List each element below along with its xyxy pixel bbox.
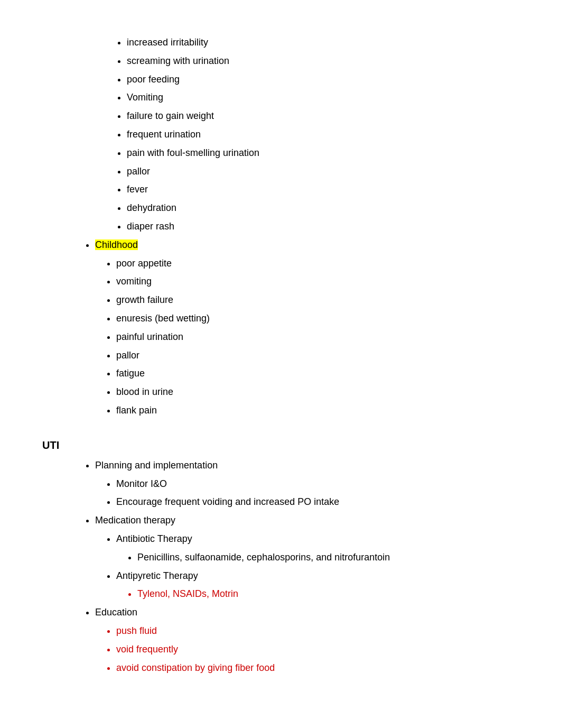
medication-item: Medication therapy Antibiotic Therapy Pe… [95, 513, 519, 602]
list-item: Vomiting [127, 90, 519, 105]
uti-title: UTI [42, 439, 519, 451]
medication-sub-list: Antibiotic Therapy Penicillins, sulfaona… [95, 531, 519, 602]
antibiotic-sub-list: Penicillins, sulfaonamide, cephalosporin… [116, 550, 519, 565]
list-item: pain with foul-smelling urination [127, 145, 519, 161]
list-item: blood in urine [116, 384, 519, 400]
antibiotic-label: Antibiotic Therapy [116, 533, 192, 544]
childhood-item: Childhood poor appetite vomiting growth … [95, 237, 519, 418]
list-item: Penicillins, sulfaonamide, cephalosporin… [137, 550, 519, 565]
list-item: painful urination [116, 329, 519, 345]
list-item: pallor [127, 164, 519, 179]
list-item: void frequently [116, 642, 519, 657]
list-item: flank pain [116, 403, 519, 418]
list-item: failure to gain weight [127, 108, 519, 124]
antipyretic-sub-list: Tylenol, NSAIDs, Motrin [116, 586, 519, 602]
list-item: Monitor I&O [116, 476, 519, 492]
list-item: fatigue [116, 366, 519, 381]
education-sub-list: push fluid void frequently avoid constip… [95, 623, 519, 675]
list-item: fever [127, 182, 519, 197]
list-item: Encourage frequent voiding and increased… [116, 494, 519, 510]
list-item: vomiting [116, 274, 519, 289]
antipyretic-label: Antipyretic Therapy [116, 570, 198, 581]
list-item: growth failure [116, 292, 519, 308]
education-label: Education [95, 607, 137, 618]
planning-item: Planning and implementation Monitor I&O … [95, 458, 519, 510]
education-item: Education push fluid void frequently avo… [95, 605, 519, 675]
childhood-sub-list: poor appetite vomiting growth failure en… [95, 256, 519, 418]
list-item-screaming: screaming with urination [127, 53, 519, 69]
list-item: diaper rash [127, 219, 519, 234]
list-item: Tylenol, NSAIDs, Motrin [137, 586, 519, 602]
medication-label: Medication therapy [95, 515, 175, 526]
planning-sub-list: Monitor I&O Encourage frequent voiding a… [95, 476, 519, 510]
antibiotic-item: Antibiotic Therapy Penicillins, sulfaona… [116, 531, 519, 565]
antipyretic-item: Antipyretic Therapy Tylenol, NSAIDs, Mot… [116, 568, 519, 602]
list-item: frequent urination [127, 127, 519, 142]
list-item: dehydration [127, 200, 519, 216]
uti-main-list: Planning and implementation Monitor I&O … [74, 458, 519, 676]
list-item: pallor [116, 348, 519, 363]
list-item: enuresis (bed wetting) [116, 311, 519, 326]
list-item: push fluid [116, 623, 519, 639]
top-symptom-list: increased irritability screaming with ur… [106, 35, 519, 234]
childhood-section: Childhood poor appetite vomiting growth … [74, 237, 519, 418]
list-item: avoid constipation by giving fiber food [116, 660, 519, 676]
list-item: poor appetite [116, 256, 519, 271]
childhood-label: Childhood [95, 239, 138, 250]
planning-label: Planning and implementation [95, 460, 218, 471]
list-item: increased irritability [127, 35, 519, 50]
list-item: poor feeding [127, 72, 519, 87]
